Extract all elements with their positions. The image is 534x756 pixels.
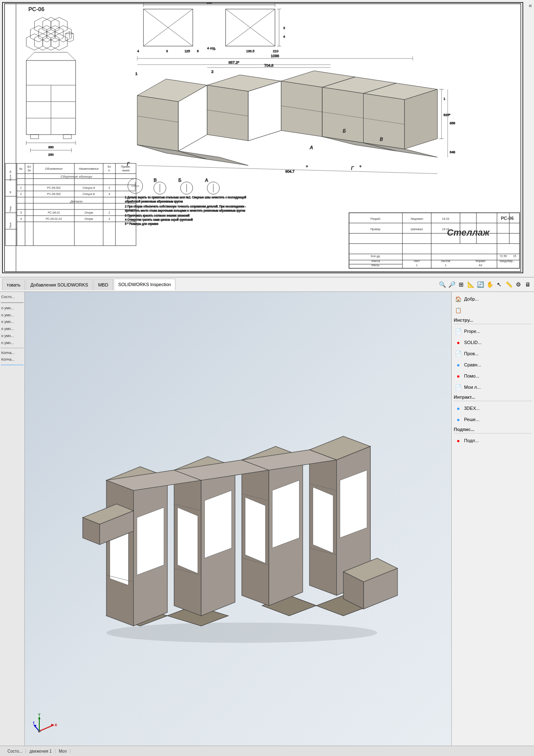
- sidebar-item-5[interactable]: о умо...: [0, 326, 24, 332]
- home-icon: 🏠: [455, 295, 462, 303]
- status-item-mon: Mon: [55, 749, 70, 754]
- sidebar-item-2[interactable]: о умо...: [0, 305, 24, 311]
- svg-text:2: 2: [108, 217, 110, 220]
- tab-inspection[interactable]: SOLIDWORKS Inspection: [114, 279, 176, 290]
- search-icon[interactable]: 🔍: [438, 280, 446, 289]
- panel-item-doc[interactable]: 📋: [454, 305, 532, 315]
- svg-text:4 отд.: 4 отд.: [207, 46, 216, 50]
- svg-marker-229: [205, 491, 232, 559]
- svg-marker-243: [340, 470, 367, 538]
- svg-text:360: 360: [48, 145, 54, 149]
- sravn-icon: ●: [455, 361, 462, 368]
- svg-text:4 Отверстия гратить сами цинко: 4 Отверстия гратить сами цинком серой гр…: [125, 218, 193, 222]
- svg-text:1 Детали варить по принятым ст: 1 Детали варить по принятым стальным шов…: [125, 196, 246, 199]
- panel-label-podp: Подп...: [464, 438, 479, 443]
- svg-text:Пров.: Пров.: [9, 222, 12, 228]
- svg-text:Разр.: Разр.: [9, 205, 12, 212]
- sidebar-item-7[interactable]: о умо...: [0, 340, 24, 346]
- svg-rect-0: [4, 3, 522, 272]
- svg-text:4: 4: [283, 35, 285, 39]
- svg-text:72.59: 72.59: [500, 255, 507, 258]
- rotate-icon[interactable]: 🔄: [476, 280, 484, 289]
- panel-item-pomo[interactable]: ● Помо...: [454, 371, 532, 381]
- svg-text:прочистить место стыка варочны: прочистить место стыка варочными кольцам…: [125, 209, 245, 212]
- tab-tovovat[interactable]: товать: [2, 279, 25, 290]
- section-title-intract: Интракт...: [454, 393, 532, 401]
- panel-item-prope[interactable]: 📄 Prope...: [454, 326, 532, 336]
- drawing-area: РС-06: [0, 0, 534, 277]
- prov-icon: 📄: [455, 350, 462, 357]
- resh-icon: ●: [455, 416, 462, 423]
- tab-solidworks-add[interactable]: Добавления SOLIDWORKS: [26, 279, 93, 290]
- svg-text:Секция А: Секция А: [82, 186, 95, 190]
- svg-text:2: 2: [108, 211, 110, 214]
- panel-label-resh: Реше...: [464, 417, 479, 422]
- svg-text:Сборочные единицы: Сборочные единицы: [61, 175, 92, 178]
- sidebar-item-1[interactable]: Состо...: [0, 294, 24, 300]
- display-icon[interactable]: 🖥: [524, 280, 532, 289]
- prope-icon: 📄: [455, 327, 462, 335]
- svg-text:Детали: Детали: [70, 200, 83, 203]
- podp-icon: ●: [455, 437, 462, 444]
- svg-marker-236: [272, 480, 299, 548]
- svg-text:19:19: 19:19: [442, 217, 450, 220]
- panel-item-moi[interactable]: 📄 Мои л...: [454, 382, 532, 392]
- panel-item-home[interactable]: 🏠 Добр...: [454, 294, 532, 304]
- svg-text:1: 1: [443, 97, 445, 101]
- svg-text:В: В: [380, 137, 383, 142]
- svg-marker-256: [38, 717, 41, 719]
- svg-text:1: 1: [445, 264, 446, 267]
- panel-item-resh[interactable]: ● Реше...: [454, 414, 532, 424]
- measure-icon[interactable]: 📏: [505, 280, 513, 289]
- svg-text:Кандобар...: Кандобар...: [500, 260, 515, 263]
- tab-mbd[interactable]: MBD: [93, 279, 113, 290]
- panel-item-sravn[interactable]: ● Сравн...: [454, 360, 532, 370]
- svg-text:Листов: Листов: [441, 260, 450, 262]
- panel-label-solid: SOLID...: [464, 340, 481, 345]
- svg-text:РС-06.01-01: РС-06.01-01: [45, 217, 62, 220]
- svg-marker-242: [313, 487, 333, 553]
- panel-item-podp[interactable]: ● Подп...: [454, 436, 532, 445]
- sidebar-item-6[interactable]: о умо...: [0, 333, 24, 339]
- svg-text:210: 210: [273, 49, 279, 53]
- view-icon[interactable]: 📐: [467, 280, 475, 289]
- svg-text:л.: л.: [108, 169, 110, 172]
- zoom-icon[interactable]: 🔎: [448, 280, 456, 289]
- svg-text:4: 4: [137, 49, 139, 53]
- svg-text:А: А: [309, 145, 313, 150]
- svg-text:2: 2: [108, 186, 110, 189]
- svg-text:904.7: 904.7: [285, 169, 295, 173]
- svg-text:№: №: [19, 167, 22, 170]
- sidebar-item-kolcha2[interactable]: Колча...: [0, 356, 24, 363]
- 3d-viewport[interactable]: X Y Z: [25, 292, 451, 754]
- svg-text:Стеллаж: Стеллаж: [447, 227, 491, 238]
- svg-text:857.2*: 857.2*: [229, 60, 239, 65]
- select-icon[interactable]: ↖: [495, 280, 503, 289]
- svg-text:1: 1: [416, 264, 418, 267]
- panel-item-3dex[interactable]: ● 3DEX...: [454, 403, 532, 413]
- pan-icon[interactable]: ✋: [486, 280, 494, 289]
- svg-text:Лист: Лист: [414, 260, 420, 262]
- svg-text:+: +: [359, 164, 362, 169]
- svg-text:А2: А2: [479, 264, 483, 267]
- sidebar-item-4[interactable]: о умо...: [0, 319, 24, 325]
- sidebar-item-kolcha1[interactable]: Колча...: [0, 350, 24, 356]
- svg-text:Опора: Опора: [84, 211, 93, 214]
- settings-icon[interactable]: ⚙: [514, 280, 522, 289]
- right-panel: « 🏠 Добр... 📋 Инстру... 📄 Prope... ● SOL…: [451, 292, 534, 754]
- sidebar-item-3[interactable]: о умо...: [0, 312, 24, 318]
- svg-text:Опора: Опора: [84, 217, 93, 221]
- panel-item-solid[interactable]: ● SOLID...: [454, 337, 532, 347]
- moi-icon: 📄: [455, 383, 462, 391]
- collapse-button[interactable]: «: [529, 2, 532, 9]
- svg-text:3: 3: [166, 49, 168, 53]
- svg-text:2: 2: [20, 193, 22, 195]
- svg-point-210: [106, 623, 377, 643]
- svg-text:РС-06: РС-06: [28, 6, 44, 12]
- fit-icon[interactable]: ⊞: [457, 280, 465, 289]
- panel-label-dobr: Добр...: [464, 296, 479, 301]
- svg-text:1096: 1096: [271, 54, 279, 58]
- panel-item-prov[interactable]: 📄 Пров...: [454, 349, 532, 359]
- svg-text:В: В: [154, 178, 157, 183]
- svg-marker-219: [137, 507, 164, 575]
